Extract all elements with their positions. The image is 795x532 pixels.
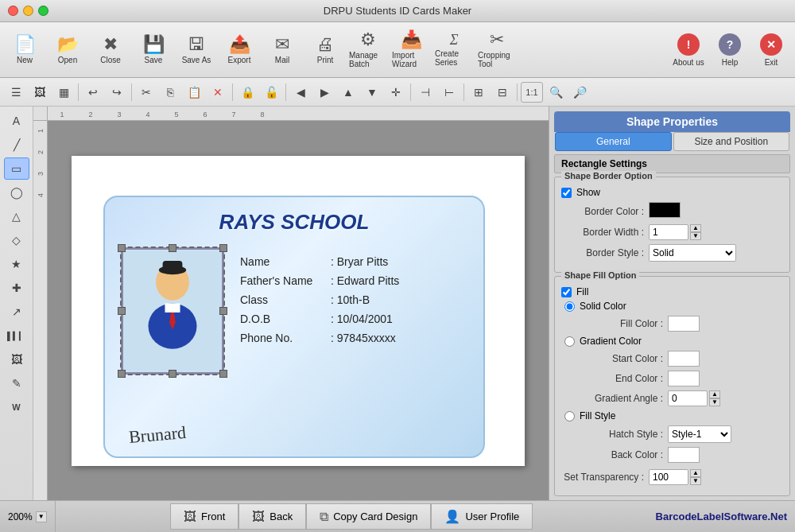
redo-button[interactable]: ↪ [106, 82, 128, 103]
delete-button[interactable]: ✕ [207, 82, 229, 103]
tab-general[interactable]: General [555, 132, 672, 151]
image-sidebar-tool[interactable]: 🖼 [4, 348, 29, 371]
border-width-down[interactable]: ▼ [690, 232, 701, 240]
barcode-sidebar-tool[interactable]: ▌▍▎ [4, 324, 29, 347]
hatch-style-select[interactable]: Style-1 Style-2 Style-3 [668, 425, 731, 443]
zoom-out-button[interactable]: 🔎 [568, 82, 591, 103]
border-width-label: Border Width : [561, 227, 649, 238]
user-profile-tab[interactable]: 👤 User Profile [431, 503, 533, 530]
print-button[interactable]: 🖨 Print [304, 26, 346, 74]
zoom-in-button[interactable]: 🔍 [545, 82, 567, 103]
id-card[interactable]: RAYS SCHOOL [103, 196, 485, 458]
handle-bottom-right[interactable] [219, 370, 227, 378]
start-color-swatch[interactable] [668, 351, 700, 367]
line-tool[interactable]: ╱ [4, 134, 29, 156]
transparency-input[interactable] [649, 469, 688, 485]
fill-style-radio[interactable] [564, 411, 575, 421]
fill-checkbox[interactable] [561, 287, 572, 297]
zoom-dropdown-button[interactable]: ▼ [36, 511, 47, 522]
move-right-button[interactable]: ▶ [313, 82, 335, 103]
solid-color-radio[interactable] [564, 301, 575, 312]
end-color-swatch[interactable] [668, 371, 700, 386]
select-all-button[interactable]: ☰ [5, 82, 27, 103]
diamond-tool[interactable]: ◇ [4, 229, 29, 251]
lock-button[interactable]: 🔒 [236, 82, 258, 103]
handle-mid-left[interactable] [118, 307, 126, 315]
gradient-color-radio[interactable] [564, 336, 575, 347]
save-button[interactable]: 💾 Save [133, 26, 174, 74]
manage-batch-button[interactable]: ⚙ Manage Batch [347, 26, 389, 74]
transparency-up[interactable]: ▲ [690, 469, 701, 477]
handle-top-center[interactable] [169, 244, 176, 252]
text-tool[interactable]: A [4, 110, 29, 132]
minimize-window-button[interactable] [23, 6, 33, 16]
align-left-button[interactable]: ⊣ [414, 82, 436, 103]
handle-bottom-left[interactable] [118, 370, 126, 378]
create-series-button[interactable]: Σ Create Series [433, 26, 475, 74]
aspect-button[interactable]: 1:1 [521, 82, 543, 103]
border-style-select[interactable]: Solid Dashed Dotted [649, 244, 736, 262]
close-window-button[interactable] [8, 6, 18, 16]
transparency-down[interactable]: ▼ [690, 477, 701, 485]
card-signature: Brunard [128, 421, 187, 447]
import-wizard-button[interactable]: 📥 Import Wizard [390, 26, 432, 74]
new-button[interactable]: 📄 New [4, 26, 45, 74]
arrow-tool[interactable]: ↗ [4, 301, 29, 323]
rectangle-tool[interactable]: ▭ [4, 157, 29, 180]
grid2-button[interactable]: ⊟ [491, 82, 514, 103]
border-width-row: Border Width : ▲ ▼ [561, 224, 783, 240]
about-icon: ! [677, 33, 700, 56]
close-button[interactable]: ✖ Close [90, 26, 131, 74]
undo-button[interactable]: ↩ [82, 82, 104, 103]
gradient-angle-down[interactable]: ▼ [709, 398, 720, 406]
star-tool[interactable]: ★ [4, 253, 29, 275]
fill-color-swatch[interactable] [668, 316, 700, 332]
back-tab[interactable]: 🖼 Back [238, 503, 306, 530]
help-button[interactable]: ? Help [710, 26, 750, 74]
maximize-window-button[interactable] [38, 6, 48, 16]
cross-tool[interactable]: ✚ [4, 277, 29, 299]
unlock-button[interactable]: 🔓 [260, 82, 282, 103]
cropping-tool-button[interactable]: ✂ Cropping Tool [476, 26, 518, 74]
move-all-button[interactable]: ✛ [385, 82, 407, 103]
grid-button[interactable]: ⊞ [467, 82, 490, 103]
show-border-checkbox[interactable] [561, 188, 572, 198]
triangle-tool[interactable]: △ [4, 205, 29, 227]
paste-button[interactable]: 📋 [183, 82, 205, 103]
about-us-button[interactable]: ! About us [669, 26, 708, 74]
border-width-input[interactable] [649, 224, 688, 240]
pencil-tool[interactable]: ✎ [4, 372, 29, 394]
handle-top-left[interactable] [118, 244, 126, 252]
text2-tool[interactable]: W [4, 396, 29, 418]
export-button[interactable]: 📤 Export [219, 26, 260, 74]
gradient-color-label: Gradient Color [580, 336, 642, 347]
tab-size-position[interactable]: Size and Position [673, 132, 790, 151]
move-up-button[interactable]: ▲ [337, 82, 359, 103]
gradient-angle-input[interactable] [668, 390, 708, 406]
cut-button[interactable]: ✂ [135, 82, 157, 103]
back-color-swatch[interactable] [668, 447, 700, 463]
handle-mid-right[interactable] [219, 307, 227, 315]
move-left-button[interactable]: ◀ [289, 82, 312, 103]
info-phone: Phone No. : 97845xxxxx [240, 332, 467, 344]
back-icon: 🖼 [252, 510, 265, 524]
copy-card-tab[interactable]: ⧉ Copy Card Design [306, 503, 431, 530]
ellipse-tool[interactable]: ◯ [4, 181, 29, 204]
border-color-control [649, 202, 783, 220]
image-insert-button[interactable]: 🖼 [29, 82, 51, 103]
border-width-up[interactable]: ▲ [690, 224, 701, 232]
open-button[interactable]: 📂 Open [47, 26, 88, 74]
front-tab[interactable]: 🖼 Front [170, 503, 238, 530]
copy-button[interactable]: ⎘ [159, 82, 181, 103]
handle-top-right[interactable] [219, 244, 227, 252]
save-as-button[interactable]: 🖫 Save As [176, 26, 217, 74]
canvas-background[interactable]: RAYS SCHOOL [48, 121, 549, 500]
exit-button[interactable]: ✕ Exit [751, 26, 791, 74]
gradient-angle-up[interactable]: ▲ [709, 390, 720, 398]
mail-button[interactable]: ✉ Mail [262, 26, 303, 74]
handle-bottom-center[interactable] [169, 370, 176, 378]
border-color-swatch[interactable] [649, 202, 681, 218]
barcode-button[interactable]: ▦ [52, 82, 75, 103]
align-right-button[interactable]: ⊢ [438, 82, 460, 103]
move-down-button[interactable]: ▼ [361, 82, 383, 103]
